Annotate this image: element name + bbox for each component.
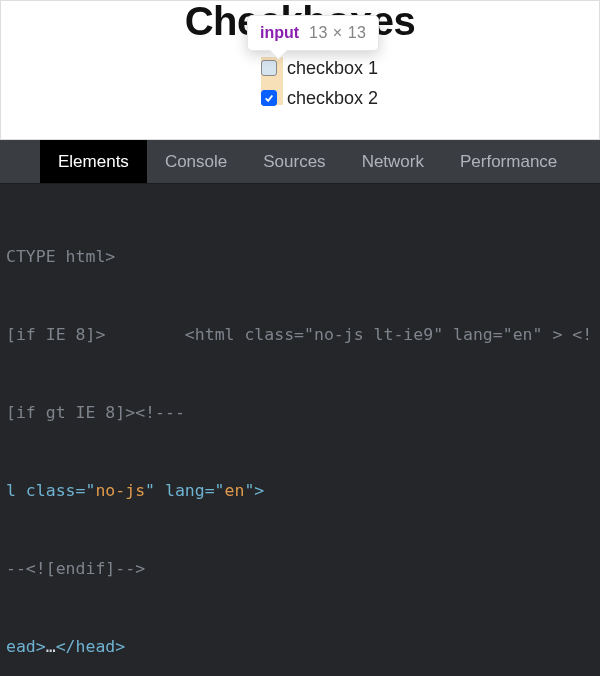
- dom-doctype: CTYPE html>: [6, 247, 115, 266]
- checkbox-row-2: checkbox 2: [261, 83, 378, 113]
- devtools-tabbar: Elements Console Sources Network Perform…: [0, 140, 600, 184]
- checkbox-list: checkbox 1 checkbox 2: [261, 53, 378, 113]
- dom-ie8-comment: [if IE 8]>: [6, 325, 105, 344]
- tooltip-tag: input: [260, 24, 299, 42]
- elements-tree[interactable]: CTYPE html> [if IE 8]> <html class="no-j…: [0, 184, 600, 676]
- checkbox-1-label: checkbox 1: [287, 58, 378, 79]
- dom-head[interactable]: ead>…</head>: [0, 634, 600, 660]
- tab-console[interactable]: Console: [147, 140, 245, 183]
- dom-endif: --<![endif]-->: [6, 559, 145, 578]
- checkbox-2[interactable]: [261, 90, 277, 106]
- tab-elements[interactable]: Elements: [40, 140, 147, 183]
- check-icon: [264, 93, 274, 103]
- dom-html-open[interactable]: l class="no-js" lang="en">: [0, 478, 600, 504]
- checkbox-2-label: checkbox 2: [287, 88, 378, 109]
- page-preview: Checkboxes checkbox 1 checkbox 2 input 1…: [0, 0, 600, 140]
- tab-performance[interactable]: Performance: [442, 140, 575, 183]
- checkbox-1[interactable]: [261, 60, 277, 76]
- devtools-panel: Elements Console Sources Network Perform…: [0, 140, 600, 676]
- tab-network[interactable]: Network: [344, 140, 442, 183]
- inspector-tooltip: input 13 × 13: [247, 15, 379, 51]
- tooltip-dimensions: 13 × 13: [309, 24, 366, 42]
- dom-ie8-html: <html class="no-js lt-ie9" lang="en" > <…: [185, 325, 592, 344]
- tab-sources[interactable]: Sources: [245, 140, 343, 183]
- dom-gtie8-comment: [if gt IE 8]><!---: [6, 403, 185, 422]
